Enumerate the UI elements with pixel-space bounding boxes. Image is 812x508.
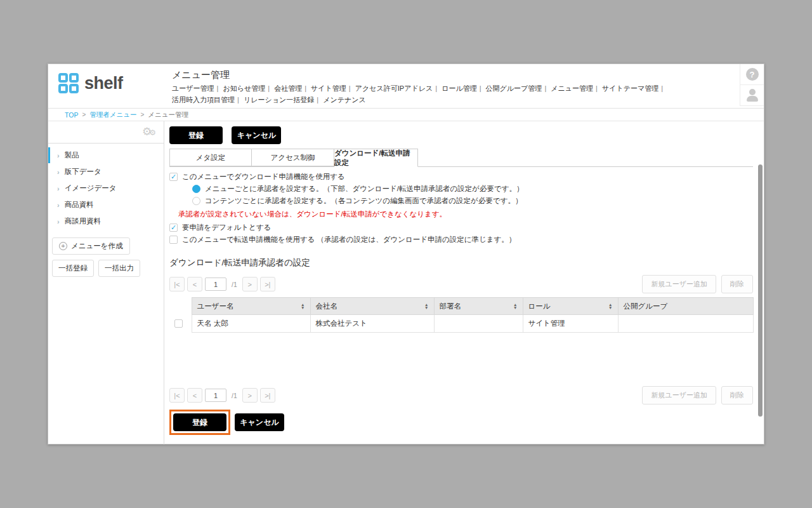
sidebar-header: ⚙⚙ — [48, 121, 164, 144]
register-button-top[interactable]: 登録 — [169, 126, 223, 144]
chevron-right-icon: › — [57, 168, 60, 176]
tab-download-transfer-settings[interactable]: ダウンロード/転送申請設定 — [334, 149, 418, 167]
page-title: メニュー管理 — [172, 69, 730, 81]
nav-role-mgmt[interactable]: ロール管理 — [442, 84, 477, 92]
nav-site-theme-mgmt[interactable]: サイトテーマ管理 — [602, 84, 658, 92]
account-button[interactable] — [740, 85, 764, 106]
nav-public-group-mgmt[interactable]: 公開グループ管理 — [486, 84, 542, 92]
bulk-register-button[interactable]: 一括登録 — [52, 260, 94, 277]
nav-ip-allow[interactable]: アクセス許可IPアドレス — [355, 84, 433, 92]
help-icon: ? — [746, 68, 759, 81]
chevron-right-icon: › — [57, 201, 60, 209]
help-button[interactable]: ? — [740, 64, 764, 85]
breadcrumb-current: メニュー管理 — [148, 110, 188, 119]
sort-icon[interactable]: ▲▼ — [301, 303, 304, 309]
cell-role: サイト管理 — [523, 315, 618, 333]
page-number-input[interactable] — [205, 389, 226, 402]
bulk-export-button[interactable]: 一括出力 — [98, 260, 140, 277]
chevron-right-icon: › — [57, 152, 60, 159]
sort-icon[interactable]: ▲▼ — [424, 303, 428, 309]
use-download-label: このメニューでダウンロード申請機能を使用する — [182, 172, 345, 182]
delete-button-bottom[interactable]: 削除 — [721, 386, 753, 404]
prev-page-button[interactable]: < — [187, 388, 202, 403]
create-menu-button[interactable]: + メニューを作成 — [52, 237, 130, 255]
cell-public-group — [618, 315, 753, 333]
bottom-action-row: 登録 キャンセル — [169, 410, 754, 435]
sidebar-item-label: イメージデータ — [65, 184, 117, 193]
tab-access-control[interactable]: アクセス制御 — [252, 149, 334, 166]
breadcrumb-top[interactable]: TOP — [65, 111, 78, 119]
shelf-logo[interactable]: shelf — [58, 73, 123, 93]
nav-relation-bulk[interactable]: リレーション一括登録 — [244, 96, 314, 104]
sort-icon[interactable]: ▲▼ — [513, 303, 517, 309]
sidebar-item-sales-docs[interactable]: › 商談用資料 — [48, 213, 164, 229]
first-page-button[interactable]: |< — [169, 277, 185, 291]
nav-user-mgmt[interactable]: ユーザー管理 — [172, 84, 214, 92]
delete-button-top[interactable]: 削除 — [721, 275, 753, 293]
cell-department — [434, 315, 523, 333]
use-download-checkbox[interactable]: ✓ — [169, 173, 178, 181]
tab-meta-settings[interactable]: メタ設定 — [169, 149, 252, 166]
settings-gear-icon[interactable]: ⚙⚙ — [142, 125, 156, 138]
shelf-logo-icon — [58, 73, 79, 93]
top-action-row: 登録 キャンセル — [169, 126, 754, 144]
page-total-label: /1 — [232, 392, 237, 399]
nav-company-mgmt[interactable]: 会社管理 — [274, 84, 302, 92]
row-checkbox-cell — [169, 315, 192, 333]
plus-icon: + — [59, 242, 67, 250]
sidebar-item-hanshita-data[interactable]: › 版下データ — [48, 164, 164, 180]
table-header-row: ユーザー名 ▲▼ 会社名 ▲▼ 部署名 ▲▼ ロール ▲▼ — [169, 298, 753, 315]
shelf-logo-text: shelf — [84, 74, 123, 93]
table-row: 天名 太郎 株式会社テスト サイト管理 — [169, 315, 753, 333]
add-user-button-top[interactable]: 新規ユーザー追加 — [642, 275, 716, 293]
cancel-button-top[interactable]: キャンセル — [232, 126, 281, 144]
sidebar-item-label: 製品 — [65, 150, 79, 160]
breadcrumb-admin-menu[interactable]: 管理者メニュー — [89, 110, 136, 119]
table-empty-space — [169, 333, 754, 380]
last-page-button[interactable]: >| — [260, 277, 275, 291]
default-required-checkbox[interactable]: ✓ — [169, 224, 178, 232]
register-button-bottom[interactable]: 登録 — [173, 413, 226, 431]
sort-icon[interactable]: ▲▼ — [608, 303, 612, 309]
last-page-button[interactable]: >| — [260, 388, 275, 403]
nav-input-item-mgmt[interactable]: 活用時入力項目管理 — [172, 96, 235, 104]
sidebar-item-product-docs[interactable]: › 商品資料 — [48, 197, 164, 213]
next-page-button[interactable]: > — [242, 277, 258, 291]
action-highlight-box: 登録 — [169, 410, 230, 435]
sidebar-item-image-data[interactable]: › イメージデータ — [48, 180, 164, 196]
add-user-button-bottom[interactable]: 新規ユーザー追加 — [642, 386, 716, 404]
page-total-label: /1 — [232, 281, 237, 288]
corner-icons: ? — [740, 64, 764, 106]
pagination-bottom: |< < /1 > >| — [169, 388, 275, 403]
chevron-right-icon: › — [57, 218, 60, 225]
prev-page-button[interactable]: < — [187, 277, 202, 291]
admin-nav-row2: 活用時入力項目管理| リレーション一括登録| メンテナンス — [172, 95, 730, 104]
vertical-scrollbar-thumb[interactable] — [758, 164, 763, 417]
nav-menu-mgmt[interactable]: メニュー管理 — [551, 84, 593, 92]
pagination-top: |< < /1 > >| — [169, 277, 275, 291]
column-header-user-name[interactable]: ユーザー名 ▲▼ — [192, 298, 310, 315]
nav-notice-mgmt[interactable]: お知らせ管理 — [223, 84, 265, 92]
column-header-company[interactable]: 会社名 ▲▼ — [310, 298, 434, 315]
approver-per-menu-radio[interactable] — [192, 185, 200, 193]
next-page-button[interactable]: > — [242, 388, 258, 403]
approver-per-content-radio[interactable] — [192, 197, 200, 205]
chevron-right-icon: › — [57, 185, 60, 192]
approver-table: ユーザー名 ▲▼ 会社名 ▲▼ 部署名 ▲▼ ロール ▲▼ — [169, 297, 754, 333]
cell-user-name: 天名 太郎 — [192, 315, 310, 333]
main-content: 登録 キャンセル メタ設定 アクセス制御 ダウンロード/転送申請設定 ✓ このメ… — [164, 121, 766, 444]
user-icon — [746, 89, 759, 102]
nav-maintenance[interactable]: メンテナンス — [323, 96, 366, 104]
approver-list-controls-bottom: |< < /1 > >| 新規ユーザー追加 削除 — [169, 386, 753, 404]
page-number-input[interactable] — [205, 277, 226, 291]
nav-site-mgmt[interactable]: サイト管理 — [311, 84, 346, 92]
use-transfer-checkbox[interactable] — [169, 236, 178, 244]
breadcrumb-separator: > — [137, 111, 148, 118]
row-checkbox[interactable] — [174, 319, 183, 328]
sidebar: ⚙⚙ › 製品 › 版下データ › イメージデータ › 商品資料 — [48, 121, 164, 444]
cancel-button-bottom[interactable]: キャンセル — [235, 413, 284, 431]
column-header-role[interactable]: ロール ▲▼ — [523, 298, 618, 315]
column-header-department[interactable]: 部署名 ▲▼ — [434, 298, 523, 315]
first-page-button[interactable]: |< — [169, 388, 185, 403]
sidebar-item-product[interactable]: › 製品 — [48, 147, 164, 163]
